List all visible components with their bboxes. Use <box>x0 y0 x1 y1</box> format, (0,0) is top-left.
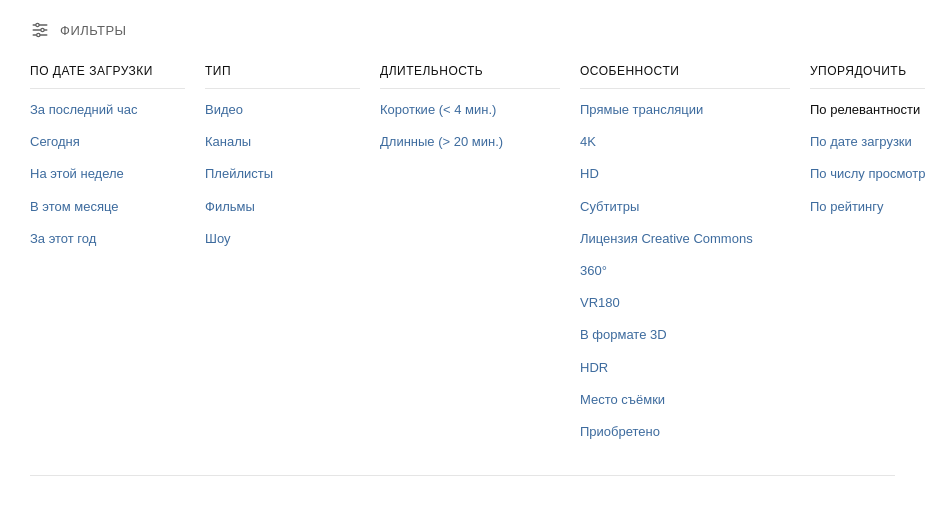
filter-item[interactable]: Шоу <box>205 230 360 248</box>
filter-item[interactable]: По числу просмотров <box>810 165 925 183</box>
column-duration: ДЛИТЕЛЬНОСТЬ Короткие (< 4 мин.) Длинные… <box>380 64 580 455</box>
sliders-icon <box>30 20 50 40</box>
filter-item[interactable]: 4K <box>580 133 790 151</box>
svg-point-4 <box>41 28 44 31</box>
column-header-type: ТИП <box>205 64 360 89</box>
filter-item[interactable]: На этой неделе <box>30 165 185 183</box>
svg-point-5 <box>37 33 40 36</box>
column-header-duration: ДЛИТЕЛЬНОСТЬ <box>380 64 560 89</box>
filter-item[interactable]: В формате 3D <box>580 326 790 344</box>
column-header-sort: УПОРЯДОЧИТЬ <box>810 64 925 89</box>
filter-item[interactable]: 360° <box>580 262 790 280</box>
filter-item[interactable]: Сегодня <box>30 133 185 151</box>
column-header-features: ОСОБЕННОСТИ <box>580 64 790 89</box>
column-features: ОСОБЕННОСТИ Прямые трансляции 4K HD Субт… <box>580 64 810 455</box>
filter-item[interactable]: Длинные (> 20 мин.) <box>380 133 560 151</box>
column-by-date: ПО ДАТЕ ЗАГРУЗКИ За последний час Сегодн… <box>30 64 205 455</box>
bottom-divider <box>30 475 895 476</box>
filter-item[interactable]: За последний час <box>30 101 185 119</box>
filter-item[interactable]: За этот год <box>30 230 185 248</box>
filter-item[interactable]: Приобретено <box>580 423 790 441</box>
filter-item-active[interactable]: По релевантности <box>810 101 925 119</box>
filters-panel: ФИЛЬТРЫ ПО ДАТЕ ЗАГРУЗКИ За последний ча… <box>0 0 925 512</box>
filter-item[interactable]: Лицензия Creative Commons <box>580 230 790 248</box>
filter-item[interactable]: Видео <box>205 101 360 119</box>
column-sort: УПОРЯДОЧИТЬ По релевантности По дате заг… <box>810 64 925 455</box>
filter-item[interactable]: По рейтингу <box>810 198 925 216</box>
filter-item[interactable]: Субтитры <box>580 198 790 216</box>
filter-item[interactable]: Короткие (< 4 мин.) <box>380 101 560 119</box>
filter-item[interactable]: В этом месяце <box>30 198 185 216</box>
filter-item[interactable]: По дате загрузки <box>810 133 925 151</box>
filters-header: ФИЛЬТРЫ <box>30 20 895 40</box>
filter-item[interactable]: Прямые трансляции <box>580 101 790 119</box>
filters-grid: ПО ДАТЕ ЗАГРУЗКИ За последний час Сегодн… <box>30 64 895 455</box>
column-header-by-date: ПО ДАТЕ ЗАГРУЗКИ <box>30 64 185 89</box>
filter-item[interactable]: HDR <box>580 359 790 377</box>
filter-item[interactable]: VR180 <box>580 294 790 312</box>
filter-item[interactable]: Фильмы <box>205 198 360 216</box>
filter-item[interactable]: Каналы <box>205 133 360 151</box>
filter-item[interactable]: Место съёмки <box>580 391 790 409</box>
column-type: ТИП Видео Каналы Плейлисты Фильмы Шоу <box>205 64 380 455</box>
svg-point-3 <box>36 23 39 26</box>
filter-item[interactable]: Плейлисты <box>205 165 360 183</box>
filter-item[interactable]: HD <box>580 165 790 183</box>
filters-title: ФИЛЬТРЫ <box>60 23 127 38</box>
